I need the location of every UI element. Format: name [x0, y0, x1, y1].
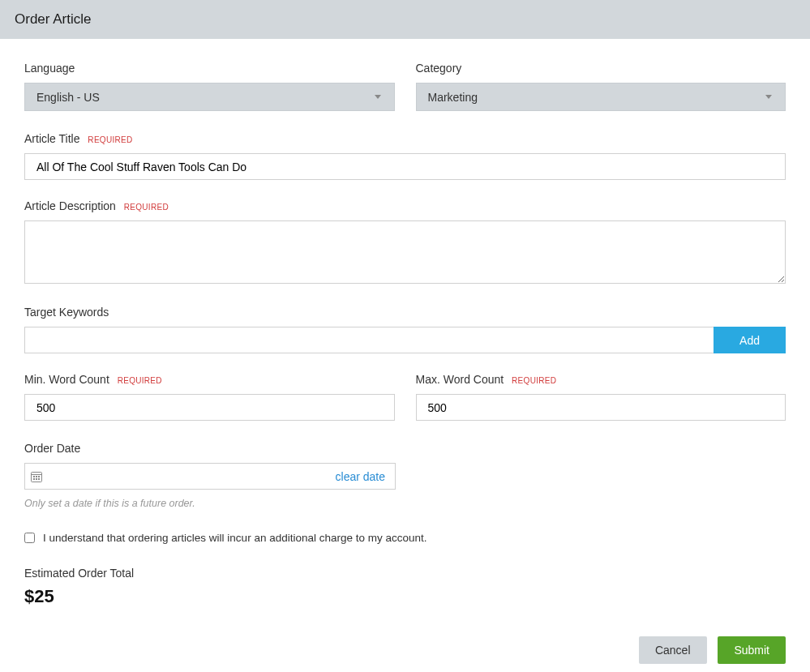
- target-keywords-input[interactable]: [24, 327, 714, 353]
- page-header: Order Article: [0, 0, 810, 39]
- max-word-label: Max. Word Count REQUIRED: [416, 373, 786, 386]
- category-select[interactable]: Marketing: [416, 83, 786, 111]
- consent-checkbox[interactable]: [24, 533, 35, 543]
- svg-rect-7: [38, 478, 40, 480]
- svg-rect-4: [38, 476, 40, 477]
- required-tag: REQUIRED: [88, 135, 132, 144]
- page-title: Order Article: [15, 11, 795, 28]
- required-tag: REQUIRED: [118, 376, 162, 385]
- language-label: Language: [24, 62, 395, 75]
- article-description-input[interactable]: [24, 220, 786, 284]
- order-date-field[interactable]: clear date: [24, 463, 396, 490]
- form-body: Language English - US Category Marketing…: [0, 39, 810, 672]
- chevron-down-icon: [375, 95, 381, 99]
- min-word-label: Min. Word Count REQUIRED: [24, 373, 395, 386]
- clear-date-link[interactable]: clear date: [336, 470, 395, 483]
- submit-button[interactable]: Submit: [718, 636, 786, 664]
- svg-rect-5: [33, 478, 35, 480]
- target-keywords-label: Target Keywords: [24, 306, 786, 319]
- svg-rect-6: [36, 478, 37, 480]
- language-select[interactable]: English - US: [24, 83, 395, 111]
- svg-rect-3: [36, 476, 37, 477]
- max-word-input[interactable]: [416, 394, 786, 421]
- calendar-icon: [25, 470, 48, 483]
- order-date-input[interactable]: [48, 464, 336, 489]
- consent-label[interactable]: I understand that ordering articles will…: [43, 532, 427, 544]
- language-selected-value: English - US: [36, 91, 375, 104]
- order-date-label: Order Date: [24, 442, 786, 455]
- article-description-label: Article Description REQUIRED: [24, 199, 786, 212]
- min-word-input[interactable]: [24, 394, 395, 421]
- category-selected-value: Marketing: [428, 91, 766, 104]
- footer-actions: Cancel Submit: [24, 636, 786, 664]
- total-label: Estimated Order Total: [24, 567, 786, 580]
- article-title-label: Article Title REQUIRED: [24, 132, 786, 145]
- svg-rect-2: [33, 476, 35, 477]
- chevron-down-icon: [765, 95, 772, 99]
- required-tag: REQUIRED: [512, 376, 556, 385]
- cancel-button[interactable]: Cancel: [639, 636, 707, 664]
- order-date-hint: Only set a date if this is a future orde…: [24, 498, 786, 509]
- required-tag: REQUIRED: [124, 203, 169, 212]
- add-keyword-button[interactable]: Add: [714, 327, 786, 353]
- total-value: $25: [24, 586, 786, 607]
- article-title-input[interactable]: [24, 153, 786, 180]
- category-label: Category: [416, 62, 786, 75]
